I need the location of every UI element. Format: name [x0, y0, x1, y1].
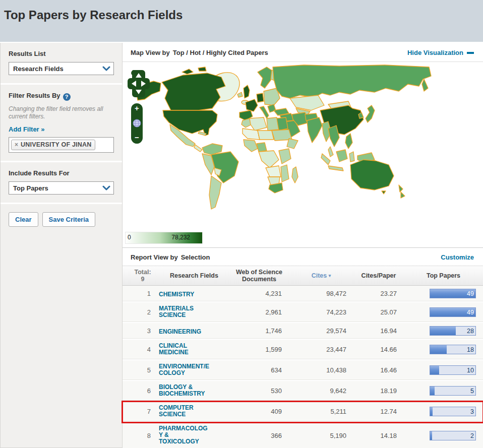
field-link[interactable]: BIOLOGY & BIOCHEMISTRY	[159, 384, 205, 397]
map-region-ethiopia[interactable]	[287, 139, 298, 149]
clear-button[interactable]: Clear	[9, 212, 38, 227]
map-region-central-africa[interactable]	[259, 151, 279, 168]
map-region-mozambique[interactable]	[281, 165, 289, 182]
cites-label: Cites	[312, 272, 327, 279]
row-cites: 74,223	[289, 308, 353, 316]
map-region-angola-zambia[interactable]	[266, 166, 281, 177]
col-cites-per-paper[interactable]: Cites/Paper	[353, 272, 404, 279]
top-papers-value: 2	[470, 432, 474, 439]
map-region-philippines[interactable]	[345, 134, 352, 149]
col-research-fields[interactable]: Research Fields	[159, 272, 229, 279]
customize-link[interactable]: Customize	[441, 253, 474, 261]
top-papers-value: 3	[470, 408, 474, 415]
map-region-russia[interactable]	[273, 65, 431, 98]
field-link[interactable]: COMPUTER SCIENCE	[159, 405, 194, 418]
sort-desc-icon: ▾	[329, 273, 331, 278]
row-docs: 409	[229, 408, 289, 415]
report-title-prefix: Report View by	[131, 253, 178, 261]
map-region-malay-peninsula[interactable]	[328, 147, 333, 157]
map-region-india[interactable]	[307, 117, 322, 143]
map-region-kenya-tanzania[interactable]	[279, 149, 291, 164]
field-link[interactable]: ENGINEERING	[159, 329, 201, 335]
row-rank: 1	[127, 290, 159, 297]
map-region-central-america[interactable]	[194, 145, 202, 152]
map-region-sumatra[interactable]	[321, 154, 330, 165]
map-region-scandinavia[interactable]	[258, 67, 273, 88]
include-results-dropdown[interactable]: Top Papers	[9, 181, 114, 195]
row-top-papers-cell: 28	[404, 326, 483, 336]
map-region-uk[interactable]	[244, 85, 250, 98]
zoom-in-button[interactable]: +	[135, 105, 139, 112]
map-region-sulawesi[interactable]	[349, 152, 354, 162]
report-title-rest: Selection	[181, 253, 210, 261]
map-region-south-africa[interactable]	[269, 183, 283, 193]
map-region-madagascar[interactable]	[292, 167, 298, 183]
table-row: 3ENGINEERING1,74629,57416.9428	[123, 323, 483, 340]
row-field-cell: MATERIALS SCIENCE	[159, 305, 229, 319]
map-region-italy[interactable]	[260, 106, 269, 118]
hide-visualization-link[interactable]: Hide Visualization	[407, 49, 474, 56]
row-field-cell: ENVIRONMENT/E COLOGY	[159, 363, 229, 377]
hide-visualization-label: Hide Visualization	[407, 49, 463, 56]
field-link[interactable]: CHEMISTRY	[159, 291, 194, 298]
map-region-tasmania[interactable]	[382, 191, 386, 194]
map-region-west-africa[interactable]	[244, 140, 258, 152]
map-region-brazil[interactable]	[211, 152, 238, 183]
report-title: Report View bySelection	[131, 253, 210, 261]
row-cites: 5,190	[289, 432, 353, 439]
world-choropleth-map[interactable]	[123, 62, 481, 229]
col-wos-documents[interactable]: Web of Science Documents	[229, 269, 289, 283]
map-region-west-sahara-band[interactable]	[243, 129, 260, 140]
map-region-kazakhstan[interactable]	[290, 95, 324, 110]
table-header: Total: 9 Research Fields Web of Science …	[123, 266, 483, 286]
map-region-canadian-islands[interactable]	[182, 67, 206, 74]
total-label: Total:	[127, 269, 159, 276]
map-region-japan[interactable]	[366, 105, 375, 122]
map-region-algeria[interactable]	[250, 117, 267, 131]
row-top-papers-cell: 5	[404, 386, 483, 396]
map-region-colombia-venezuela[interactable]	[202, 144, 222, 155]
map-region-germany[interactable]	[257, 93, 264, 102]
map-region-nigeria[interactable]	[257, 143, 267, 152]
row-rank: 5	[127, 366, 159, 374]
include-results-selected: Top Papers	[13, 184, 48, 192]
remove-filter-icon[interactable]: ×	[15, 141, 18, 148]
map-region-ireland[interactable]	[237, 92, 243, 97]
row-top-papers-cell: 18	[404, 345, 483, 354]
field-link[interactable]: MATERIALS SCIENCE	[159, 305, 194, 318]
map-zoom-control[interactable]: + −	[131, 103, 143, 144]
map-region-new-zealand[interactable]	[399, 185, 405, 198]
row-cites: 29,574	[289, 327, 353, 335]
col-top-papers[interactable]: Top Papers	[404, 272, 483, 279]
map-region-borneo[interactable]	[336, 150, 347, 162]
field-link[interactable]: CLINICAL MEDICINE	[159, 343, 189, 356]
row-field-cell: PHARMACOLOG Y & TOXICOLOGY	[159, 425, 229, 445]
report-header: Report View bySelection Customize	[123, 247, 483, 266]
top-papers-value: 18	[467, 346, 474, 353]
filter-tag[interactable]: × UNIVERSITY OF JINAN	[11, 140, 95, 150]
map-header: Map View byTop / Hot / Highly Cited Pape…	[123, 43, 483, 62]
map-region-canada[interactable]	[162, 73, 225, 110]
map-region-australia[interactable]	[350, 160, 394, 190]
map-region-argentina-chile[interactable]	[209, 176, 221, 209]
filter-box[interactable]: × UNIVERSITY OF JINAN	[9, 137, 114, 153]
row-field-cell: ENGINEERING	[159, 327, 229, 336]
col-cites-sorted[interactable]: Cites ▾	[289, 272, 353, 279]
results-list-dropdown[interactable]: Research Fields	[9, 62, 114, 75]
globe-icon[interactable]	[133, 119, 141, 127]
map-region-kamchatka[interactable]	[422, 79, 428, 91]
field-link[interactable]: ENVIRONMENT/E COLOGY	[159, 363, 209, 376]
map-region-java[interactable]	[328, 166, 343, 171]
map-pan-control[interactable]	[128, 70, 150, 97]
field-link[interactable]: PHARMACOLOG Y & TOXICOLOGY	[159, 425, 208, 445]
results-list-selected: Research Fields	[13, 65, 64, 73]
map-region-sahel[interactable]	[258, 131, 274, 140]
map-region-usa[interactable]	[163, 110, 217, 136]
page-header: Top Papers by Research Fields	[0, 0, 483, 42]
save-criteria-button[interactable]: Save Criteria	[42, 212, 96, 227]
add-filter-link[interactable]: Add Filter »	[9, 125, 45, 133]
help-icon[interactable]: ?	[63, 93, 71, 101]
zoom-out-button[interactable]: −	[135, 134, 139, 141]
map-region-egypt[interactable]	[277, 117, 288, 131]
page-title: Top Papers by Research Fields	[4, 8, 478, 22]
